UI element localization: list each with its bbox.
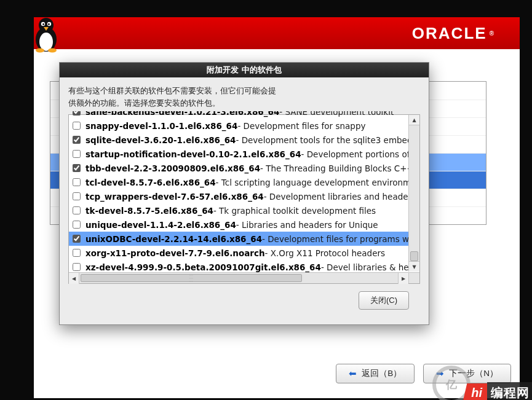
oracle-logo: ORACLE ®: [412, 24, 495, 43]
scroll-right-icon[interactable]: ▶: [398, 273, 408, 284]
package-dialog: 附加开发 中的软件包 有些与这个组群关联的软件包不需要安装，但它们可能会提 供额…: [59, 62, 429, 325]
watermark-badge: hi: [463, 383, 487, 400]
package-row[interactable]: xorg-x11-proto-devel-7.7-9.el6.noarch - …: [69, 246, 408, 260]
package-name: xorg-x11-proto-devel-7.7-9.el6.noarch: [85, 248, 265, 258]
package-desc: - Development portions of s: [301, 149, 408, 159]
package-name: snappy-devel-1.1.0-1.el6.x86_64: [85, 121, 237, 131]
svg-point-5: [42, 23, 44, 25]
package-checkbox[interactable]: [73, 192, 81, 200]
scroll-down-icon[interactable]: ▼: [409, 261, 419, 272]
package-desc: - Development files for snappy: [237, 121, 365, 131]
package-checkbox[interactable]: [73, 150, 81, 158]
package-name: tcl-devel-8.5.7-6.el6.x86_64: [85, 178, 216, 187]
package-row[interactable]: startup-notification-devel-0.10-2.1.el6.…: [69, 147, 408, 161]
dialog-footer: 关闭(C): [68, 284, 420, 318]
package-desc: - Development files for programs wh: [262, 234, 408, 244]
package-desc: - Tcl scripting language development env…: [216, 178, 408, 187]
package-checkbox[interactable]: [73, 111, 81, 116]
package-checkbox[interactable]: [73, 206, 81, 214]
package-row[interactable]: sane-backends-devel-1.0.21-3.el6.x86_64 …: [69, 111, 408, 119]
hscroll-thumb[interactable]: [81, 274, 302, 282]
package-checkbox[interactable]: [73, 221, 81, 229]
arrow-left-icon: [349, 368, 357, 379]
package-row[interactable]: tk-devel-8.5.7-5.el6.x86_64 - Tk graphic…: [69, 203, 408, 218]
svg-point-1: [39, 33, 53, 51]
package-checkbox[interactable]: [73, 263, 81, 271]
package-checkbox[interactable]: [73, 164, 81, 172]
package-checkbox[interactable]: [73, 136, 81, 144]
package-desc: - Devel libraries & hea: [321, 262, 408, 272]
dialog-description: 有些与这个组群关联的软件包不需要安装，但它们可能会提 供额外的功能。请选择您要安…: [68, 85, 420, 109]
package-desc: - SANE development toolkit: [279, 111, 394, 117]
oracle-logo-reg: ®: [490, 30, 495, 37]
close-button[interactable]: 关闭(C): [359, 291, 409, 310]
package-row[interactable]: tcl-devel-8.5.7-6.el6.x86_64 - Tcl scrip…: [69, 175, 408, 189]
svg-point-8: [48, 49, 57, 53]
package-name: tbb-devel-2.2-3.20090809.el6.x86_64: [85, 163, 260, 173]
package-row[interactable]: snappy-devel-1.1.0-1.el6.x86_64 - Develo…: [69, 119, 408, 133]
package-name: tcp_wrappers-devel-7.6-57.el6.x86_64: [85, 192, 264, 202]
package-name: sqlite-devel-3.6.20-1.el6.x86_64: [85, 135, 236, 145]
close-button-label: 关闭(C): [370, 295, 397, 306]
package-name: unique-devel-1.1.4-2.el6.x86_64: [85, 220, 236, 230]
scroll-corner: [408, 272, 419, 283]
package-desc: - X.Org X11 Protocol headers: [265, 248, 386, 258]
penguin-icon: [31, 15, 61, 53]
package-desc: - The Threading Building Blocks C++: [260, 163, 408, 173]
package-desc: - Libraries and headers for Unique: [236, 220, 378, 230]
package-checkbox[interactable]: [73, 249, 81, 257]
scroll-left-icon[interactable]: ◀: [69, 273, 79, 284]
package-list[interactable]: sane-backends-devel-1.0.21-3.el6.x86_64 …: [69, 111, 408, 272]
package-row[interactable]: unixODBC-devel-2.2.14-14.el6.x86_64 - De…: [69, 232, 408, 246]
package-list-panel: sane-backends-devel-1.0.21-3.el6.x86_64 …: [68, 114, 420, 284]
package-name: xz-devel-4.999.9-0.5.beta.20091007git.el…: [85, 262, 321, 272]
back-button-label: 返回（B）: [362, 368, 402, 379]
package-desc: - Development libraries and headers: [264, 192, 408, 202]
watermark: hi 编程网: [463, 382, 532, 400]
package-name: tk-devel-8.5.7-5.el6.x86_64: [85, 206, 213, 216]
package-row[interactable]: tbb-devel-2.2-3.20090809.el6.x86_64 - Th…: [69, 161, 408, 175]
package-row[interactable]: tcp_wrappers-devel-7.6-57.el6.x86_64 - D…: [69, 189, 408, 203]
svg-point-7: [36, 49, 44, 53]
scroll-thumb[interactable]: [410, 251, 418, 261]
package-name: sane-backends-devel-1.0.21-3.el6.x86_64: [85, 111, 279, 117]
watermark-text: 编程网: [487, 382, 532, 400]
package-desc: - Development tools for the sqlite3 embe…: [236, 135, 408, 145]
dialog-body: 有些与这个组群关联的软件包不需要安装，但它们可能会提 供额外的功能。请选择您要安…: [60, 77, 429, 324]
package-checkbox[interactable]: [73, 178, 81, 186]
package-checkbox[interactable]: [73, 235, 81, 243]
header-bar: ORACLE ®: [34, 17, 520, 49]
scroll-up-icon[interactable]: ▲: [409, 115, 419, 125]
svg-point-6: [48, 23, 50, 25]
horizontal-scrollbar[interactable]: ◀ ▶: [69, 272, 408, 283]
back-button[interactable]: 返回（B）: [336, 364, 415, 383]
package-row[interactable]: sqlite-devel-3.6.20-1.el6.x86_64 - Devel…: [69, 133, 408, 147]
package-row[interactable]: xz-devel-4.999.9-0.5.beta.20091007git.el…: [69, 260, 408, 272]
package-row[interactable]: unique-devel-1.1.4-2.el6.x86_64 - Librar…: [69, 218, 408, 232]
dialog-title[interactable]: 附加开发 中的软件包: [60, 63, 429, 77]
vertical-scrollbar[interactable]: ▲ ▼: [408, 115, 419, 272]
package-desc: - Tk graphical toolkit development files: [213, 206, 376, 216]
package-checkbox[interactable]: [73, 122, 81, 130]
package-name: unixODBC-devel-2.2.14-14.el6.x86_64: [85, 234, 262, 244]
package-name: startup-notification-devel-0.10-2.1.el6.…: [85, 149, 301, 159]
oracle-logo-text: ORACLE: [412, 24, 487, 43]
